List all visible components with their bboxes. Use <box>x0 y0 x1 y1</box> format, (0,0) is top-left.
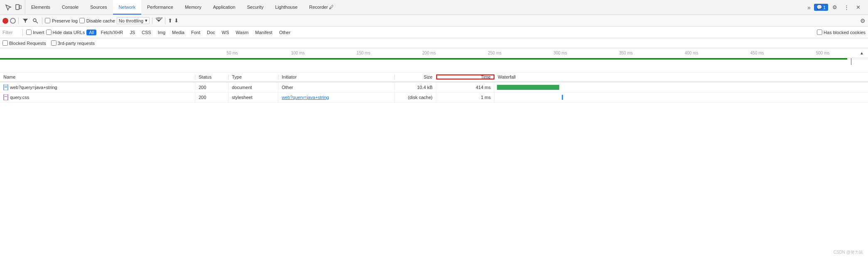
filter-type-other[interactable]: Other <box>277 30 293 35</box>
svg-rect-0 <box>16 5 19 10</box>
cell-initiator-1: Other <box>278 82 395 92</box>
toolbar-separator-1 <box>18 17 19 24</box>
cell-type-1: document <box>229 82 278 92</box>
inspect-element-icon[interactable] <box>5 4 12 11</box>
filter-type-ws[interactable]: WS <box>219 30 232 35</box>
tab-memory[interactable]: Memory <box>179 0 207 15</box>
ruler-mark-100: 100 ms <box>265 51 331 55</box>
cell-time-1: 414 ms <box>436 82 494 92</box>
waterfall-area-1 <box>496 82 868 92</box>
preserve-log-checkbox[interactable]: Preserve log <box>45 18 78 23</box>
has-blocked-cookies-checkbox[interactable]: Has blocked cookies <box>817 30 866 35</box>
col-header-waterfall[interactable]: Waterfall <box>494 74 868 79</box>
ruler-mark-250: 250 ms <box>462 51 528 55</box>
table-row[interactable]: web?query=java+string 200 document Other… <box>0 82 868 92</box>
filter-type-manifest[interactable]: Manifest <box>253 30 275 35</box>
waterfall-sort-icon[interactable]: ▲ <box>860 51 868 55</box>
cell-type-2: stylesheet <box>229 92 278 102</box>
tab-network[interactable]: Network <box>113 0 141 15</box>
progress-bar-row <box>0 58 868 60</box>
ruler-mark-50: 50 ms <box>199 51 265 55</box>
col-header-name[interactable]: Name <box>0 74 195 79</box>
filter-type-js[interactable]: JS <box>127 30 138 35</box>
col-header-size[interactable]: Size <box>395 74 436 79</box>
blocked-bar: Blocked Requests 3rd-party requests <box>0 38 868 48</box>
blocked-requests-checkbox[interactable]: Blocked Requests <box>2 40 46 46</box>
empty-timeline-area <box>0 60 868 72</box>
hide-data-urls-checkbox[interactable]: Hide data URLs <box>46 30 85 35</box>
tab-elements[interactable]: Elements <box>25 0 56 15</box>
svg-rect-8 <box>4 94 8 100</box>
filter-type-doc[interactable]: Doc <box>204 30 218 35</box>
filter-icon[interactable] <box>21 17 30 25</box>
filter-type-css[interactable]: CSS <box>139 30 154 35</box>
timeline-ruler: 50 ms 100 ms 150 ms 200 ms 250 ms 300 ms… <box>0 48 868 58</box>
tab-sources[interactable]: Sources <box>84 0 113 15</box>
invert-input[interactable] <box>26 30 32 35</box>
filter-type-wasm[interactable]: Wasm <box>233 30 251 35</box>
export-har-icon[interactable]: ⬇ <box>174 17 179 24</box>
cell-initiator-2[interactable]: web?query=java+string <box>278 92 395 102</box>
progress-bar-fill <box>0 58 847 59</box>
ruler-mark-300: 300 ms <box>528 51 593 55</box>
col-header-time[interactable]: Time <box>436 74 494 79</box>
feedback-badge[interactable]: 💬 1 <box>814 4 828 11</box>
ruler-mark-450: 450 ms <box>724 51 790 55</box>
tab-recorder[interactable]: Recorder 🖊 <box>303 0 339 15</box>
svg-point-2 <box>33 19 36 22</box>
ruler-marks: 50 ms 100 ms 150 ms 200 ms 250 ms 300 ms… <box>195 51 860 55</box>
has-blocked-cookies-input[interactable] <box>817 30 822 35</box>
cell-time-2: 1 ms <box>436 92 494 102</box>
tab-performance[interactable]: Performance <box>141 0 179 15</box>
filter-type-fetch-xhr[interactable]: Fetch/XHR <box>98 30 125 35</box>
waterfall-area-2 <box>496 92 868 102</box>
filter-type-img[interactable]: Img <box>155 30 168 35</box>
disable-cache-input[interactable] <box>79 18 85 23</box>
cell-name-1: web?query=java+string <box>0 82 195 92</box>
more-tabs-icon[interactable]: » <box>806 4 812 11</box>
col-header-initiator[interactable]: Initiator <box>278 74 395 79</box>
filter-type-font[interactable]: Font <box>189 30 203 35</box>
third-party-input[interactable] <box>51 40 57 46</box>
toolbar-separator-2 <box>42 17 42 24</box>
cell-status-2: 200 <box>195 92 229 102</box>
tab-lighthouse[interactable]: Lighthouse <box>269 0 303 15</box>
tab-console[interactable]: Console <box>56 0 84 15</box>
ruler-mark-400: 400 ms <box>659 51 724 55</box>
hide-data-urls-input[interactable] <box>46 30 52 35</box>
tab-bar: Elements Console Sources Network Perform… <box>0 0 868 15</box>
cell-status-1: 200 <box>195 82 229 92</box>
invert-checkbox[interactable]: Invert <box>26 30 44 35</box>
cell-waterfall-1 <box>494 82 868 92</box>
third-party-checkbox[interactable]: 3rd-party requests <box>51 40 95 46</box>
settings-gear-icon[interactable]: ⚙ <box>830 2 840 12</box>
more-options-icon[interactable]: ⋮ <box>841 2 851 12</box>
stop-record-button[interactable] <box>10 18 16 24</box>
network-toolbar: Preserve log Disable cache No throttling… <box>0 15 868 27</box>
record-button[interactable] <box>2 18 8 24</box>
filter-type-media[interactable]: Media <box>170 30 187 35</box>
disable-cache-checkbox[interactable]: Disable cache <box>79 18 115 23</box>
table-row[interactable]: query.css 200 stylesheet web?query=java+… <box>0 92 868 102</box>
blocked-requests-input[interactable] <box>2 40 8 46</box>
col-header-status[interactable]: Status <box>195 74 229 79</box>
network-settings-icon[interactable]: ⚙ <box>860 17 866 24</box>
tab-application[interactable]: Application <box>207 0 241 15</box>
toolbar-separator-3 <box>152 17 152 24</box>
cell-name-2: query.css <box>0 92 195 102</box>
tab-security[interactable]: Security <box>241 0 269 15</box>
progress-bar-cursor <box>851 58 851 65</box>
table-header: Name Status Type Initiator Size Time Wat… <box>0 72 868 82</box>
close-devtools-icon[interactable]: ✕ <box>853 2 863 12</box>
preserve-log-input[interactable] <box>45 18 50 23</box>
ruler-mark-500: 500 ms <box>790 51 856 55</box>
svg-line-3 <box>36 21 38 23</box>
network-conditions-icon[interactable] <box>155 17 162 24</box>
throttle-select[interactable]: No throttling ▾ <box>117 17 150 24</box>
col-header-type[interactable]: Type <box>229 74 278 79</box>
search-icon[interactable] <box>31 17 39 25</box>
device-toggle-icon[interactable] <box>15 4 22 11</box>
filter-type-all[interactable]: All <box>86 30 96 35</box>
import-har-icon[interactable]: ⬆ <box>168 17 172 24</box>
filter-label: Filter <box>2 30 19 35</box>
